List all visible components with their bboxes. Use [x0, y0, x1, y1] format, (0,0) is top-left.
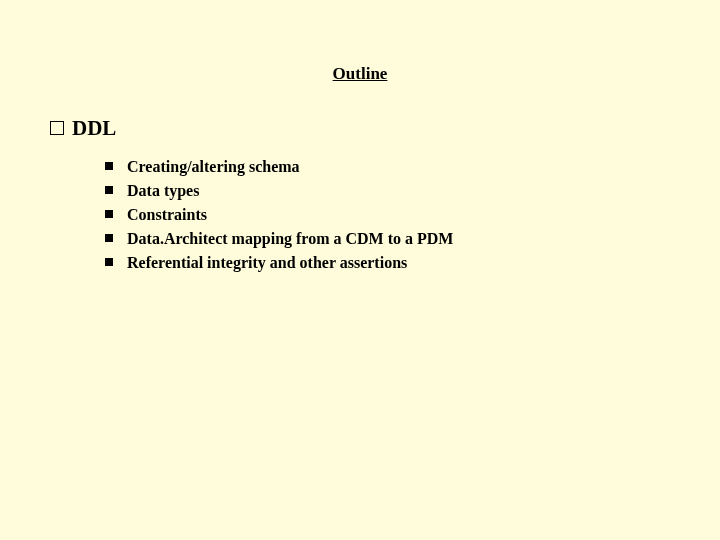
list-item: Referential integrity and other assertio…: [105, 251, 670, 275]
list-item-text: Data.Architect mapping from a CDM to a P…: [127, 227, 453, 251]
hollow-square-bullet-icon: [50, 121, 64, 135]
filled-square-bullet-icon: [105, 234, 113, 242]
list-item-text: Referential integrity and other assertio…: [127, 251, 407, 275]
list-item: Data types: [105, 179, 670, 203]
filled-square-bullet-icon: [105, 186, 113, 194]
filled-square-bullet-icon: [105, 162, 113, 170]
section-heading: DDL: [50, 116, 670, 141]
list-item: Creating/altering schema: [105, 155, 670, 179]
list-item-text: Constraints: [127, 203, 207, 227]
slide-title: Outline: [50, 64, 670, 84]
filled-square-bullet-icon: [105, 210, 113, 218]
section-heading-text: DDL: [72, 116, 116, 141]
slide-container: Outline DDL Creating/altering schema Dat…: [0, 64, 720, 275]
filled-square-bullet-icon: [105, 258, 113, 266]
bullet-list: Creating/altering schema Data types Cons…: [105, 155, 670, 275]
list-item: Data.Architect mapping from a CDM to a P…: [105, 227, 670, 251]
list-item-text: Data types: [127, 179, 199, 203]
list-item-text: Creating/altering schema: [127, 155, 300, 179]
list-item: Constraints: [105, 203, 670, 227]
